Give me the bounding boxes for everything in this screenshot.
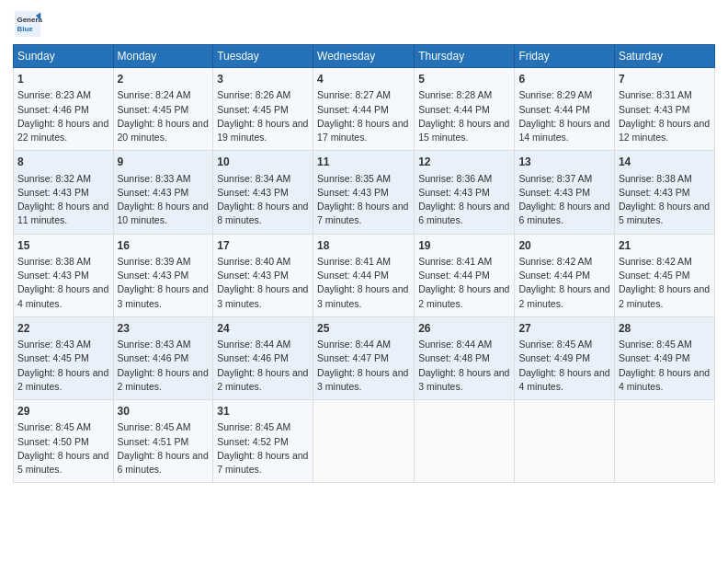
week-row-4: 22Sunrise: 8:43 AMSunset: 4:45 PMDayligh… xyxy=(14,316,715,399)
header-monday: Monday xyxy=(113,45,213,68)
header: General Blue xyxy=(13,9,715,39)
cell-info: Sunrise: 8:43 AMSunset: 4:46 PMDaylight:… xyxy=(118,338,210,394)
calendar-cell: 30Sunrise: 8:45 AMSunset: 4:51 PMDayligh… xyxy=(113,400,213,483)
cell-info: Sunrise: 8:40 AMSunset: 4:43 PMDaylight:… xyxy=(217,255,309,311)
day-number: 13 xyxy=(518,155,610,170)
cell-info: Sunrise: 8:33 AMSunset: 4:43 PMDaylight:… xyxy=(118,172,210,228)
header-sunday: Sunday xyxy=(14,45,114,68)
day-number: 8 xyxy=(17,155,109,170)
day-number: 26 xyxy=(418,321,510,337)
cell-info: Sunrise: 8:23 AMSunset: 4:46 PMDaylight:… xyxy=(17,88,109,144)
calendar-cell: 12Sunrise: 8:36 AMSunset: 4:43 PMDayligh… xyxy=(415,151,515,234)
header-thursday: Thursday xyxy=(415,45,515,68)
calendar-cell: 17Sunrise: 8:40 AMSunset: 4:43 PMDayligh… xyxy=(213,234,313,316)
day-number: 9 xyxy=(118,155,210,170)
cell-info: Sunrise: 8:38 AMSunset: 4:43 PMDaylight:… xyxy=(619,172,711,228)
day-number: 24 xyxy=(217,321,309,337)
calendar-cell: 3Sunrise: 8:26 AMSunset: 4:45 PMDaylight… xyxy=(213,68,313,151)
day-number: 20 xyxy=(518,238,610,254)
day-number: 18 xyxy=(317,238,410,254)
calendar-cell: 31Sunrise: 8:45 AMSunset: 4:52 PMDayligh… xyxy=(213,400,313,483)
calendar-cell: 1Sunrise: 8:23 AMSunset: 4:46 PMDaylight… xyxy=(14,68,114,151)
calendar-cell: 15Sunrise: 8:38 AMSunset: 4:43 PMDayligh… xyxy=(14,234,114,316)
calendar-cell: 13Sunrise: 8:37 AMSunset: 4:43 PMDayligh… xyxy=(515,151,615,234)
cell-info: Sunrise: 8:26 AMSunset: 4:45 PMDaylight:… xyxy=(217,88,309,144)
day-number: 21 xyxy=(619,238,711,254)
day-number: 6 xyxy=(518,72,610,87)
calendar-cell xyxy=(415,400,515,483)
calendar-cell xyxy=(313,400,415,483)
cell-info: Sunrise: 8:41 AMSunset: 4:44 PMDaylight:… xyxy=(418,255,510,311)
calendar-cell: 21Sunrise: 8:42 AMSunset: 4:45 PMDayligh… xyxy=(614,234,714,316)
calendar-header-row: SundayMondayTuesdayWednesdayThursdayFrid… xyxy=(14,45,715,68)
day-number: 14 xyxy=(619,155,711,170)
cell-info: Sunrise: 8:44 AMSunset: 4:46 PMDaylight:… xyxy=(217,338,309,394)
calendar-cell: 6Sunrise: 8:29 AMSunset: 4:44 PMDaylight… xyxy=(515,68,615,151)
day-number: 10 xyxy=(217,155,309,170)
calendar-cell: 23Sunrise: 8:43 AMSunset: 4:46 PMDayligh… xyxy=(113,316,213,399)
cell-info: Sunrise: 8:24 AMSunset: 4:45 PMDaylight:… xyxy=(118,88,210,144)
calendar-cell: 11Sunrise: 8:35 AMSunset: 4:43 PMDayligh… xyxy=(313,151,415,234)
header-friday: Friday xyxy=(515,45,615,68)
week-row-1: 1Sunrise: 8:23 AMSunset: 4:46 PMDaylight… xyxy=(14,68,715,151)
cell-info: Sunrise: 8:44 AMSunset: 4:47 PMDaylight:… xyxy=(317,338,410,394)
calendar-cell: 27Sunrise: 8:45 AMSunset: 4:49 PMDayligh… xyxy=(515,316,615,399)
cell-info: Sunrise: 8:34 AMSunset: 4:43 PMDaylight:… xyxy=(217,172,309,228)
day-number: 5 xyxy=(418,72,510,87)
cell-info: Sunrise: 8:45 AMSunset: 4:49 PMDaylight:… xyxy=(518,338,610,394)
header-saturday: Saturday xyxy=(614,45,714,68)
calendar-cell xyxy=(515,400,615,483)
cell-info: Sunrise: 8:42 AMSunset: 4:45 PMDaylight:… xyxy=(619,255,711,311)
day-number: 31 xyxy=(217,404,309,419)
day-number: 1 xyxy=(17,72,109,87)
cell-info: Sunrise: 8:32 AMSunset: 4:43 PMDaylight:… xyxy=(17,172,109,228)
calendar-cell: 22Sunrise: 8:43 AMSunset: 4:45 PMDayligh… xyxy=(14,316,114,399)
header-tuesday: Tuesday xyxy=(213,45,313,68)
calendar-cell: 7Sunrise: 8:31 AMSunset: 4:43 PMDaylight… xyxy=(614,68,714,151)
day-number: 25 xyxy=(317,321,410,337)
cell-info: Sunrise: 8:44 AMSunset: 4:48 PMDaylight:… xyxy=(418,338,510,394)
cell-info: Sunrise: 8:45 AMSunset: 4:52 PMDaylight:… xyxy=(217,420,309,477)
calendar-cell: 5Sunrise: 8:28 AMSunset: 4:44 PMDaylight… xyxy=(415,68,515,151)
logo: General Blue xyxy=(13,9,42,39)
day-number: 7 xyxy=(619,72,711,87)
calendar-cell: 26Sunrise: 8:44 AMSunset: 4:48 PMDayligh… xyxy=(415,316,515,399)
logo-icon: General Blue xyxy=(13,9,42,39)
calendar-cell: 4Sunrise: 8:27 AMSunset: 4:44 PMDaylight… xyxy=(313,68,415,151)
week-row-2: 8Sunrise: 8:32 AMSunset: 4:43 PMDaylight… xyxy=(14,151,715,234)
calendar-cell: 9Sunrise: 8:33 AMSunset: 4:43 PMDaylight… xyxy=(113,151,213,234)
day-number: 27 xyxy=(518,321,610,337)
calendar-cell: 2Sunrise: 8:24 AMSunset: 4:45 PMDaylight… xyxy=(113,68,213,151)
cell-info: Sunrise: 8:28 AMSunset: 4:44 PMDaylight:… xyxy=(418,88,510,144)
cell-info: Sunrise: 8:36 AMSunset: 4:43 PMDaylight:… xyxy=(418,172,510,228)
cell-info: Sunrise: 8:27 AMSunset: 4:44 PMDaylight:… xyxy=(317,88,410,144)
calendar-cell: 20Sunrise: 8:42 AMSunset: 4:44 PMDayligh… xyxy=(515,234,615,316)
calendar-cell: 24Sunrise: 8:44 AMSunset: 4:46 PMDayligh… xyxy=(213,316,313,399)
cell-info: Sunrise: 8:43 AMSunset: 4:45 PMDaylight:… xyxy=(17,338,109,394)
calendar-cell: 18Sunrise: 8:41 AMSunset: 4:44 PMDayligh… xyxy=(313,234,415,316)
day-number: 3 xyxy=(217,72,309,87)
cell-info: Sunrise: 8:45 AMSunset: 4:51 PMDaylight:… xyxy=(118,420,210,477)
calendar-cell: 14Sunrise: 8:38 AMSunset: 4:43 PMDayligh… xyxy=(614,151,714,234)
cell-info: Sunrise: 8:37 AMSunset: 4:43 PMDaylight:… xyxy=(518,172,610,228)
cell-info: Sunrise: 8:39 AMSunset: 4:43 PMDaylight:… xyxy=(118,255,210,311)
svg-text:Blue: Blue xyxy=(17,25,33,33)
cell-info: Sunrise: 8:41 AMSunset: 4:44 PMDaylight:… xyxy=(317,255,410,311)
week-row-5: 29Sunrise: 8:45 AMSunset: 4:50 PMDayligh… xyxy=(14,400,715,483)
calendar-cell: 19Sunrise: 8:41 AMSunset: 4:44 PMDayligh… xyxy=(415,234,515,316)
day-number: 11 xyxy=(317,155,410,170)
day-number: 30 xyxy=(118,404,210,419)
cell-info: Sunrise: 8:35 AMSunset: 4:43 PMDaylight:… xyxy=(317,172,410,228)
header-wednesday: Wednesday xyxy=(313,45,415,68)
calendar-cell: 29Sunrise: 8:45 AMSunset: 4:50 PMDayligh… xyxy=(14,400,114,483)
cell-info: Sunrise: 8:31 AMSunset: 4:43 PMDaylight:… xyxy=(619,88,711,144)
day-number: 2 xyxy=(118,72,210,87)
calendar-cell: 8Sunrise: 8:32 AMSunset: 4:43 PMDaylight… xyxy=(14,151,114,234)
day-number: 4 xyxy=(317,72,410,87)
day-number: 15 xyxy=(17,238,109,254)
calendar-container: General Blue SundayMondayTuesdayWednesda… xyxy=(0,0,728,492)
cell-info: Sunrise: 8:38 AMSunset: 4:43 PMDaylight:… xyxy=(17,255,109,311)
day-number: 29 xyxy=(17,404,109,419)
day-number: 16 xyxy=(118,238,210,254)
calendar-cell: 28Sunrise: 8:45 AMSunset: 4:49 PMDayligh… xyxy=(614,316,714,399)
